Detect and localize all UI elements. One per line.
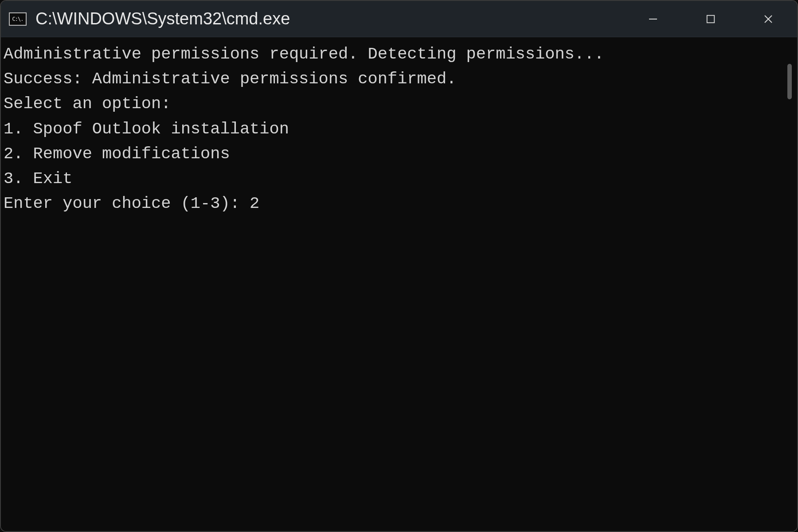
- maximize-icon: [706, 14, 716, 24]
- svg-rect-1: [707, 15, 715, 23]
- close-button[interactable]: [739, 1, 797, 37]
- terminal-prompt-line: Enter your choice (1-3): 2: [4, 191, 782, 216]
- close-icon: [763, 14, 774, 24]
- maximize-button[interactable]: [682, 1, 739, 37]
- terminal-line: Administrative permissions required. Det…: [4, 42, 782, 66]
- terminal-input[interactable]: 2: [250, 194, 259, 213]
- terminal-line: 1. Spoof Outlook installation: [4, 117, 782, 141]
- terminal-prompt: Enter your choice (1-3):: [4, 194, 250, 213]
- terminal-output: Administrative permissions required. Det…: [1, 37, 782, 531]
- minimize-button[interactable]: [624, 1, 682, 37]
- window-controls: [624, 1, 797, 37]
- terminal-line: Success: Administrative permissions conf…: [4, 66, 782, 91]
- titlebar[interactable]: C:\. C:\WINDOWS\System32\cmd.exe: [1, 1, 797, 37]
- window-title: C:\WINDOWS\System32\cmd.exe: [35, 9, 624, 28]
- terminal-line: 3. Exit: [4, 166, 782, 191]
- minimize-icon: [648, 14, 658, 24]
- terminal-line: 2. Remove modifications: [4, 141, 782, 166]
- terminal-line: Select an option:: [4, 91, 782, 116]
- cmd-icon-label: C:\.: [12, 16, 23, 22]
- cmd-window: C:\. C:\WINDOWS\System32\cmd.exe: [0, 0, 798, 532]
- scrollbar-track[interactable]: [782, 37, 797, 531]
- cmd-icon: C:\.: [9, 12, 27, 26]
- terminal-area[interactable]: Administrative permissions required. Det…: [1, 37, 797, 531]
- scrollbar-thumb[interactable]: [787, 64, 792, 99]
